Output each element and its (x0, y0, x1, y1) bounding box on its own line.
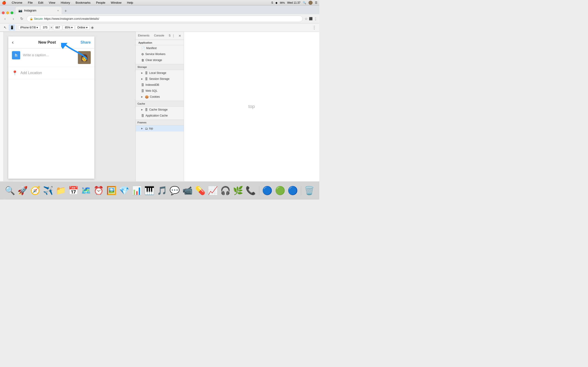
devtools-settings-btn[interactable]: ⋮ (170, 33, 176, 39)
dock-trash[interactable]: 🗑️ (304, 184, 315, 197)
menubar-right: S ◆ 98% Wed 11:37 🔍 ☰ (271, 1, 317, 5)
reload-button[interactable]: ↻ (18, 16, 25, 22)
search-icon[interactable]: 🔍 (303, 1, 306, 4)
devtools-panel: Elements Console Sources Network Perform… (136, 32, 184, 181)
user-avatar (309, 1, 313, 5)
dock-photos[interactable]: 🖼️ (106, 184, 117, 197)
toolbar-more-btn[interactable]: ⋮ (311, 24, 317, 31)
main-panel-text: top (248, 104, 255, 109)
dock-evernote[interactable]: 🌿 (233, 184, 243, 197)
chrome-menu-icon[interactable]: ⋮ (314, 17, 317, 21)
clear-storage-item[interactable]: 🗑 Clear storage (136, 57, 184, 63)
apple-menu[interactable]: 🍎 (2, 1, 6, 5)
application-cache-item[interactable]: 🗄 Application Cache (136, 113, 184, 119)
zoom-selector[interactable]: 85% ▾ (63, 25, 75, 30)
menu-window[interactable]: Window (110, 0, 122, 5)
width-input[interactable] (40, 25, 50, 30)
tab-favicon: 📷 (18, 9, 22, 12)
forward-button[interactable]: › (10, 16, 17, 22)
tab-elements[interactable]: Elements (136, 32, 152, 40)
menu-chrome[interactable]: Chrome (11, 0, 23, 5)
dock-numbers2[interactable]: 📈 (208, 184, 218, 197)
browser-tab[interactable]: 📷 Instagram × (16, 7, 61, 14)
menu-view[interactable]: View (48, 0, 56, 5)
address-icons: ☆ ⬛ ⋮ (304, 17, 317, 21)
application-cache-label: Application Cache (146, 114, 168, 117)
secure-badge: 🔒 Secure (30, 17, 43, 20)
menu-icon[interactable]: ☰ (315, 1, 317, 4)
bookmark-icon[interactable]: ☆ (304, 17, 308, 21)
devtools-actions: ⋮ ✕ (170, 33, 184, 39)
extension-icon[interactable]: ⬛ (309, 17, 313, 20)
service-workers-label: Service Workers (145, 52, 166, 56)
element-selector-btn[interactable]: ↖ (2, 24, 8, 31)
mobile-back-btn[interactable]: ‹ (12, 40, 14, 45)
tab-title: Instagram (24, 9, 56, 12)
dock-separator2 (301, 186, 301, 195)
height-input[interactable] (53, 25, 62, 30)
menu-file[interactable]: File (27, 0, 34, 5)
devtools-close-btn[interactable]: ✕ (177, 33, 183, 39)
dock-launchpad[interactable]: 🚀 (17, 184, 28, 197)
dock-chrome[interactable]: 🔵 (262, 184, 273, 197)
dock-music2[interactable]: 🎧 (220, 184, 231, 197)
cookies-label: Cookies (150, 95, 160, 98)
dock-safari[interactable]: 🧭 (30, 184, 41, 197)
session-storage-item[interactable]: ▶ 🗄 Session Storage (136, 76, 184, 82)
dock-mail[interactable]: ✈️ (43, 184, 53, 197)
dock-files[interactable]: 📁 (55, 184, 66, 197)
dock-itunes[interactable]: 🎵 (157, 184, 167, 197)
menu-edit[interactable]: Edit (37, 0, 44, 5)
service-workers-item[interactable]: ⚙ Service Workers (136, 51, 184, 57)
share-button[interactable]: Share (81, 40, 91, 44)
traffic-lights (2, 11, 13, 14)
online-selector[interactable]: Online ▾ (75, 25, 90, 30)
menu-history[interactable]: History (60, 0, 71, 5)
menu-bookmarks[interactable]: Bookmarks (75, 0, 91, 5)
dock-unknown[interactable]: 💊 (195, 184, 206, 197)
caption-input[interactable]: Write a caption... (23, 51, 75, 57)
location-row[interactable]: 📍 Add Location (8, 67, 95, 79)
tab-sources[interactable]: Sources (166, 32, 170, 40)
minimize-button[interactable] (6, 11, 9, 14)
maximize-button[interactable] (10, 11, 13, 14)
dock-skype[interactable]: 🔵 (287, 184, 298, 197)
tab-console[interactable]: Console (152, 32, 166, 40)
menu-help[interactable]: Help (126, 0, 134, 5)
dock-finder[interactable]: 🔍 (5, 184, 15, 197)
websql-item[interactable]: 🗄 Web SQL (136, 88, 184, 94)
dock-sketch[interactable]: 💎 (119, 184, 130, 197)
dock-garageband[interactable]: 🎹 (144, 184, 155, 197)
top-frame-item[interactable]: ▶ 🗂 top (136, 125, 184, 131)
manifest-item[interactable]: 📄 Manifest (136, 45, 184, 51)
dock-calendar[interactable]: 📅 (68, 184, 79, 197)
dock-spotify[interactable]: 🟢 (275, 184, 285, 197)
tab-close-button[interactable]: × (57, 9, 59, 12)
dock-facetime[interactable]: 📹 (182, 184, 193, 197)
device-mode-btn[interactable]: 📱 (9, 24, 15, 31)
zoom-label: 85% (65, 26, 70, 29)
manifest-label: Manifest (146, 47, 157, 50)
local-storage-item[interactable]: ▶ 🗄 Local Storage (136, 70, 184, 76)
dock-maps[interactable]: 🗺️ (81, 184, 91, 197)
skype-icon: S (271, 1, 273, 4)
cookies-item[interactable]: ▶ 🍪 Cookies (136, 94, 184, 100)
cache-storage-icon: 🗄 (145, 108, 148, 111)
dock-whatsapp[interactable]: 📞 (245, 184, 256, 197)
device-selector[interactable]: iPhone 6/7/8 ▾ (18, 25, 40, 30)
dock-messages[interactable]: 💬 (169, 184, 180, 197)
back-button[interactable]: ‹ (2, 16, 8, 22)
menu-people[interactable]: People (95, 0, 106, 5)
close-button[interactable] (2, 11, 5, 14)
cache-storage-item[interactable]: ▶ 🗄 Cache Storage (136, 107, 184, 113)
indexeddb-label: IndexedDB (146, 83, 159, 86)
sensors-icon[interactable]: ◈ (90, 25, 95, 30)
secure-label: Secure (34, 17, 43, 20)
cookies-icon: 🍪 (145, 95, 149, 99)
dock-numbers[interactable]: 📊 (131, 184, 142, 197)
instagram-icon: h (12, 51, 20, 59)
indexeddb-item[interactable]: 🗄 IndexedDB (136, 82, 184, 88)
new-tab-button[interactable]: + (62, 8, 69, 14)
address-field[interactable]: 🔒 Secure https://www.instagram.com/creat… (27, 16, 303, 22)
dock-clock[interactable]: ⏰ (93, 184, 104, 197)
